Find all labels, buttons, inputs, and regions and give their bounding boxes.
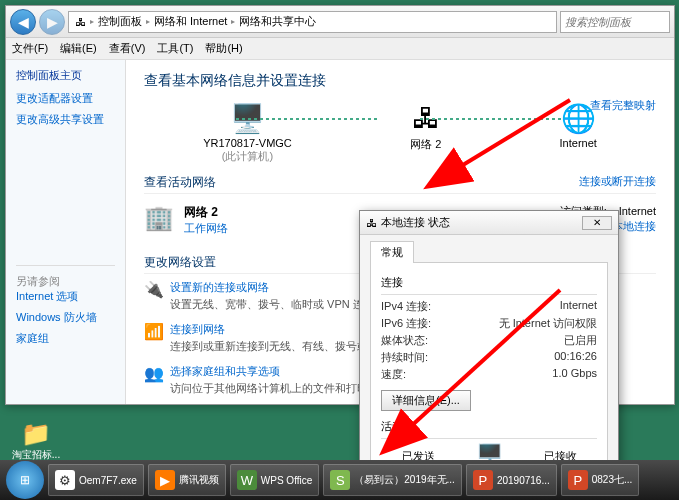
breadcrumb-item[interactable]: 网络和 Internet: [154, 14, 227, 29]
sidebar-firewall[interactable]: Windows 防火墙: [16, 310, 115, 325]
breadcrumb-item[interactable]: 控制面板: [98, 14, 142, 29]
active-networks-title: 查看活动网络 连接或断开连接: [144, 174, 656, 194]
back-button[interactable]: ◀: [10, 9, 36, 35]
breadcrumb-item[interactable]: 网络和共享中心: [239, 14, 316, 29]
close-button[interactable]: ✕: [582, 216, 612, 230]
sidebar-seealso: 另请参阅: [16, 274, 115, 289]
node-network: 🖧网络 2: [410, 102, 441, 164]
sidebar: 控制面板主页 更改适配器设置 更改高级共享设置 另请参阅 Internet 选项…: [6, 60, 126, 404]
menu-file[interactable]: 文件(F): [12, 41, 48, 56]
ipv6-value: 无 Internet 访问权限: [499, 316, 597, 331]
sidebar-adapter[interactable]: 更改适配器设置: [16, 91, 115, 106]
forward-button[interactable]: ▶: [39, 9, 65, 35]
task-item[interactable]: S（易到云）2019年无...: [323, 464, 462, 496]
task-item[interactable]: P0823七...: [561, 464, 640, 496]
ipv4-value: Internet: [560, 299, 597, 314]
page-heading: 查看基本网络信息并设置连接: [144, 72, 656, 90]
media-value: 已启用: [564, 333, 597, 348]
new-connection-icon: 🔌: [144, 280, 162, 312]
network-icon: 🏢: [144, 204, 174, 236]
task-item[interactable]: ▶腾讯视频: [148, 464, 226, 496]
start-button[interactable]: ⊞: [6, 461, 44, 499]
group-activity: 活动: [381, 419, 597, 434]
connect-network-icon: 📶: [144, 322, 162, 354]
node-internet: 🌐Internet: [560, 102, 597, 164]
breadcrumb[interactable]: 🖧▸ 控制面板▸ 网络和 Internet▸ 网络和共享中心: [68, 11, 557, 33]
connect-disconnect-link[interactable]: 连接或断开连接: [579, 174, 656, 189]
sidebar-advanced[interactable]: 更改高级共享设置: [16, 112, 115, 127]
homegroup-icon: 👥: [144, 364, 162, 396]
dialog-titlebar[interactable]: 🖧 本地连接 状态 ✕: [360, 211, 618, 235]
connection-status-dialog: 🖧 本地连接 状态 ✕ 常规 连接 IPv4 连接:Internet IPv6 …: [359, 210, 619, 500]
sidebar-home[interactable]: 控制面板主页: [16, 68, 115, 83]
speed-value: 1.0 Gbps: [552, 367, 597, 382]
menu-tools[interactable]: 工具(T): [157, 41, 193, 56]
task-item[interactable]: ⚙Oem7F7.exe: [48, 464, 144, 496]
address-bar: ◀ ▶ 🖧▸ 控制面板▸ 网络和 Internet▸ 网络和共享中心: [6, 6, 674, 38]
taskbar: ⊞ ⚙Oem7F7.exe ▶腾讯视频 WWPS Office S（易到云）20…: [0, 460, 679, 500]
details-button[interactable]: 详细信息(E)...: [381, 390, 471, 411]
node-this-pc: 🖥️YR170817-VMGC(此计算机): [203, 102, 292, 164]
menu-bar: 文件(F) 编辑(E) 查看(V) 工具(T) 帮助(H): [6, 38, 674, 60]
sidebar-inetopt[interactable]: Internet 选项: [16, 289, 115, 304]
sidebar-homegroup[interactable]: 家庭组: [16, 331, 115, 346]
access-value: Internet: [619, 205, 656, 217]
dialog-title: 本地连接 状态: [381, 215, 450, 230]
menu-view[interactable]: 查看(V): [109, 41, 146, 56]
desktop-icon[interactable]: 📁淘宝招标...: [8, 420, 64, 462]
connection-icon: 🖧: [366, 217, 377, 229]
group-connection: 连接: [381, 275, 597, 290]
search-input[interactable]: [560, 11, 670, 33]
tab-general[interactable]: 常规: [370, 241, 414, 263]
task-item[interactable]: WWPS Office: [230, 464, 320, 496]
menu-edit[interactable]: 编辑(E): [60, 41, 97, 56]
task-item[interactable]: P20190716...: [466, 464, 557, 496]
menu-help[interactable]: 帮助(H): [205, 41, 242, 56]
duration-value: 00:16:26: [554, 350, 597, 365]
